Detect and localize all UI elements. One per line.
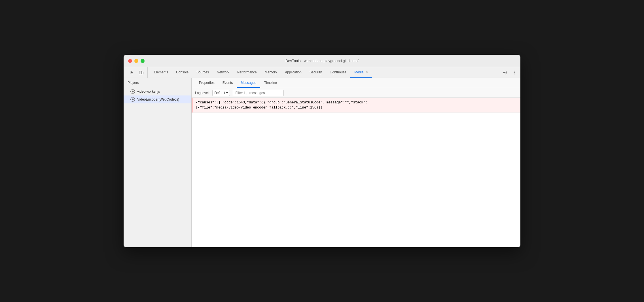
player-item-video-worker[interactable]: video-worker.js xyxy=(124,88,191,95)
devtools-window: DevTools - webcodecs-playground.glitch.m… xyxy=(124,55,520,247)
tab-media[interactable]: Media ✕ xyxy=(350,67,372,78)
maximize-button[interactable] xyxy=(141,59,145,63)
tab-bar-right xyxy=(499,67,520,78)
settings-button[interactable] xyxy=(501,69,509,76)
svg-point-3 xyxy=(514,71,515,71)
right-panel: Properties Events Messages Timeline Log … xyxy=(192,78,520,247)
sub-tab-properties[interactable]: Properties xyxy=(195,78,219,88)
tab-performance[interactable]: Performance xyxy=(233,67,261,78)
svg-point-4 xyxy=(514,72,515,73)
player-label-video-encoder: VideoEncoder(WebCodecs) xyxy=(137,97,179,101)
sub-tab-bar: Properties Events Messages Timeline xyxy=(192,78,520,88)
cursor-icon-button[interactable] xyxy=(128,69,136,76)
sub-tab-timeline[interactable]: Timeline xyxy=(260,78,281,88)
play-icon-video-encoder xyxy=(130,97,135,102)
log-controls: Log level: Default ▾ xyxy=(192,88,520,98)
filter-input[interactable] xyxy=(233,90,284,96)
log-entry-text: {"causes":[],"code":1543,"data":{},"grou… xyxy=(196,101,367,110)
play-icon-video-worker xyxy=(130,89,135,94)
sub-tab-events[interactable]: Events xyxy=(219,78,237,88)
title-bar: DevTools - webcodecs-playground.glitch.m… xyxy=(124,55,520,67)
svg-rect-1 xyxy=(142,72,143,74)
tab-elements[interactable]: Elements xyxy=(150,67,172,78)
window-title: DevTools - webcodecs-playground.glitch.m… xyxy=(285,59,359,63)
sidebar-header: Players xyxy=(124,78,191,88)
device-toolbar-icon-button[interactable] xyxy=(137,69,145,76)
sidebar: Players video-worker.js VideoEncoder(Web… xyxy=(124,78,192,247)
player-label-video-worker: video-worker.js xyxy=(137,90,160,93)
tab-security[interactable]: Security xyxy=(306,67,326,78)
player-item-video-encoder[interactable]: VideoEncoder(WebCodecs) xyxy=(124,95,191,103)
tab-close-icon[interactable]: ✕ xyxy=(365,70,368,74)
svg-point-5 xyxy=(514,73,515,74)
log-level-label: Log level: xyxy=(195,91,209,95)
sub-tab-messages[interactable]: Messages xyxy=(237,78,260,88)
window-controls xyxy=(128,59,145,63)
svg-rect-0 xyxy=(139,71,142,74)
tab-lighthouse[interactable]: Lighthouse xyxy=(326,67,350,78)
tab-application[interactable]: Application xyxy=(281,67,306,78)
tab-network[interactable]: Network xyxy=(213,67,233,78)
svg-point-2 xyxy=(505,72,506,73)
tab-sources[interactable]: Sources xyxy=(192,67,213,78)
tab-console[interactable]: Console xyxy=(172,67,192,78)
log-area: {"causes":[],"code":1543,"data":{},"grou… xyxy=(192,98,520,247)
minimize-button[interactable] xyxy=(134,59,138,63)
tab-bar: Elements Console Sources Network Perform… xyxy=(124,67,520,78)
tab-memory[interactable]: Memory xyxy=(261,67,281,78)
more-options-button[interactable] xyxy=(510,69,518,76)
main-content: Players video-worker.js VideoEncoder(Web… xyxy=(124,78,520,247)
log-level-select[interactable]: Default ▾ xyxy=(212,90,230,96)
dropdown-arrow-icon: ▾ xyxy=(226,91,228,95)
close-button[interactable] xyxy=(128,59,132,63)
toolbar-icons xyxy=(126,67,148,78)
log-entry-error: {"causes":[],"code":1543,"data":{},"grou… xyxy=(192,98,520,113)
log-level-value: Default xyxy=(214,91,225,95)
